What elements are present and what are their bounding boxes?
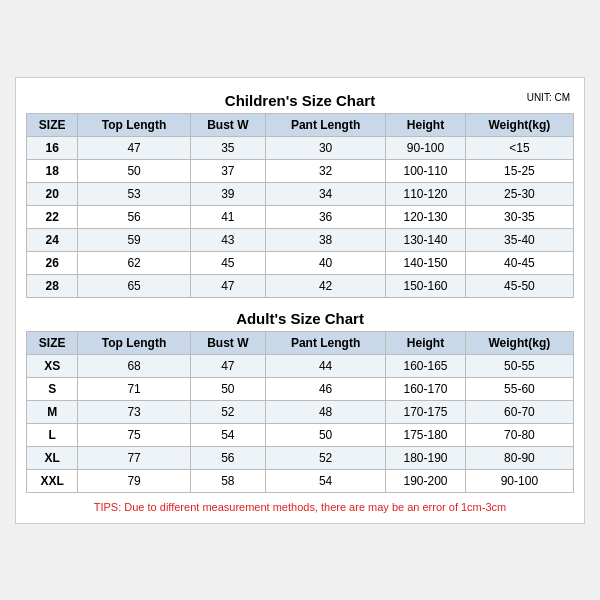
table-cell: 18 [27,159,78,182]
table-cell: 58 [190,469,265,492]
table-cell: M [27,400,78,423]
table-cell: 25-30 [465,182,573,205]
table-cell: 170-175 [386,400,465,423]
table-cell: 38 [265,228,385,251]
table-cell: 71 [78,377,191,400]
adult-col-header: Pant Length [265,331,385,354]
table-cell: 36 [265,205,385,228]
table-cell: 65 [78,274,191,297]
table-cell: XXL [27,469,78,492]
table-row: S715046160-17055-60 [27,377,574,400]
table-cell: 46 [265,377,385,400]
table-cell: 100-110 [386,159,465,182]
children-title-text: Children's Size Chart [225,92,375,109]
table-row: XXL795854190-20090-100 [27,469,574,492]
adult-title: Adult's Size Chart [26,306,574,331]
table-cell: L [27,423,78,446]
table-row: L755450175-18070-80 [27,423,574,446]
table-cell: 77 [78,446,191,469]
size-chart-card: Children's Size Chart UNIT: CM SIZETop L… [15,77,585,524]
table-cell: 56 [78,205,191,228]
table-cell: 47 [190,274,265,297]
table-cell: 50 [78,159,191,182]
table-cell: 120-130 [386,205,465,228]
table-cell: 60-70 [465,400,573,423]
table-cell: 110-120 [386,182,465,205]
table-cell: 68 [78,354,191,377]
table-cell: 150-160 [386,274,465,297]
table-cell: 59 [78,228,191,251]
table-row: XL775652180-19080-90 [27,446,574,469]
adult-table-header: SIZETop LengthBust WPant LengthHeightWei… [27,331,574,354]
table-cell: 73 [78,400,191,423]
table-cell: 52 [265,446,385,469]
children-col-header: Bust W [190,113,265,136]
table-cell: 26 [27,251,78,274]
table-row: 20533934110-12025-30 [27,182,574,205]
table-row: 28654742150-16045-50 [27,274,574,297]
table-cell: 35-40 [465,228,573,251]
table-cell: 47 [190,354,265,377]
table-cell: 90-100 [386,136,465,159]
adult-col-header: Weight(kg) [465,331,573,354]
table-cell: 50 [265,423,385,446]
table-cell: 44 [265,354,385,377]
adult-col-header: Height [386,331,465,354]
table-cell: 54 [265,469,385,492]
children-col-header: Top Length [78,113,191,136]
table-cell: 48 [265,400,385,423]
table-cell: 22 [27,205,78,228]
table-cell: 45 [190,251,265,274]
table-cell: 180-190 [386,446,465,469]
children-table: SIZETop LengthBust WPant LengthHeightWei… [26,113,574,298]
table-cell: 42 [265,274,385,297]
table-cell: 62 [78,251,191,274]
table-cell: 130-140 [386,228,465,251]
table-cell: S [27,377,78,400]
table-row: 26624540140-15040-45 [27,251,574,274]
table-cell: 190-200 [386,469,465,492]
table-cell: XS [27,354,78,377]
table-cell: 75 [78,423,191,446]
table-row: 18503732100-11015-25 [27,159,574,182]
adult-col-header: Top Length [78,331,191,354]
table-cell: 39 [190,182,265,205]
table-cell: 35 [190,136,265,159]
adult-col-header: SIZE [27,331,78,354]
children-title: Children's Size Chart UNIT: CM [26,88,574,113]
table-cell: 37 [190,159,265,182]
table-cell: 53 [78,182,191,205]
table-cell: 45-50 [465,274,573,297]
children-col-header: Pant Length [265,113,385,136]
table-cell: 32 [265,159,385,182]
table-cell: 47 [78,136,191,159]
table-cell: 16 [27,136,78,159]
adult-col-header: Bust W [190,331,265,354]
children-table-body: 1647353090-100<1518503732100-11015-25205… [27,136,574,297]
children-col-header: SIZE [27,113,78,136]
table-row: 22564136120-13030-35 [27,205,574,228]
table-cell: 70-80 [465,423,573,446]
table-cell: 28 [27,274,78,297]
table-cell: 34 [265,182,385,205]
children-col-header: Weight(kg) [465,113,573,136]
table-cell: 50-55 [465,354,573,377]
table-cell: 55-60 [465,377,573,400]
table-cell: 40-45 [465,251,573,274]
table-cell: 90-100 [465,469,573,492]
table-row: M735248170-17560-70 [27,400,574,423]
table-cell: 54 [190,423,265,446]
table-cell: XL [27,446,78,469]
children-table-header: SIZETop LengthBust WPant LengthHeightWei… [27,113,574,136]
table-cell: 175-180 [386,423,465,446]
children-col-header: Height [386,113,465,136]
table-cell: 140-150 [386,251,465,274]
table-cell: 40 [265,251,385,274]
tips-text: TIPS: Due to different measurement metho… [26,501,574,513]
table-cell: 30-35 [465,205,573,228]
adult-table: SIZETop LengthBust WPant LengthHeightWei… [26,331,574,493]
table-cell: 24 [27,228,78,251]
table-cell: 80-90 [465,446,573,469]
table-cell: <15 [465,136,573,159]
table-cell: 52 [190,400,265,423]
